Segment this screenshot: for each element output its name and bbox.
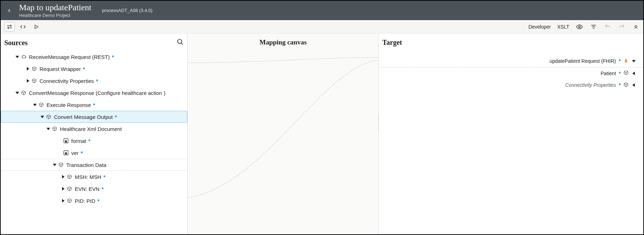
toolbar: Developer XSLT: [1, 20, 643, 34]
mapped-indicator: *: [97, 198, 99, 204]
caret-down-icon: [16, 55, 19, 59]
mapped-indicator: *: [112, 54, 114, 60]
target-node-patient[interactable]: Patient *: [379, 67, 643, 79]
node-label: ReceiveMessage Request (REST): [29, 54, 110, 60]
cube-icon: [59, 162, 63, 167]
source-node-connectivity-properties[interactable]: Connectivity Properties *: [1, 75, 187, 87]
svg-marker-10: [27, 67, 29, 71]
filter-icon: [590, 24, 597, 30]
node-label: Execute Response: [47, 102, 91, 108]
caret-down-icon: [632, 59, 636, 63]
undo-icon: [604, 24, 611, 30]
cube-icon: [32, 66, 37, 71]
redo-button[interactable]: [618, 23, 626, 31]
source-node-convert-response[interactable]: ConvertMessage Response (Configure healt…: [1, 87, 187, 99]
attribute-icon: a: [63, 138, 68, 143]
node-label: Request Wrapper: [40, 66, 81, 72]
caret-down-icon: [41, 115, 44, 119]
redo-icon: [619, 24, 625, 30]
node-label: format: [71, 138, 86, 144]
app-header: Map to updatePatient Healthcare Demo Pro…: [1, 1, 643, 20]
back-button[interactable]: [4, 6, 14, 16]
svg-marker-14: [41, 116, 44, 118]
cube-icon: [21, 90, 26, 95]
node-label: updatePatient Request (FHIR): [549, 58, 616, 64]
caret-down-icon: [53, 163, 56, 167]
source-node-transaction-data[interactable]: Transaction Data: [1, 159, 187, 171]
source-node-format[interactable]: a format *: [1, 135, 187, 147]
view-button[interactable]: [576, 23, 583, 31]
mapping-canvas[interactable]: Mapping canvas: [188, 34, 379, 234]
caret-down-icon: [47, 127, 50, 131]
source-node-request-wrapper[interactable]: Request Wrapper *: [1, 63, 187, 75]
cube-icon: [67, 186, 72, 191]
mapped-indicator: *: [103, 174, 105, 180]
undo-button[interactable]: [604, 23, 612, 31]
target-heading: Target: [382, 38, 402, 47]
source-node-evn[interactable]: EVN: EVN *: [1, 183, 187, 195]
developer-toggle[interactable]: Developer: [528, 24, 551, 30]
project-subtitle: Healthcare Demo Project: [19, 13, 91, 18]
source-node-receive-message[interactable]: ReceiveMessage Request (REST) *: [1, 51, 187, 63]
target-panel: Target updatePatient Request (FHIR) * Pa…: [379, 34, 643, 234]
svg-text:a: a: [65, 151, 67, 155]
source-node-msh[interactable]: MSH: MSH *: [1, 171, 187, 183]
arrows-swap-icon: [6, 24, 13, 29]
svg-marker-11: [27, 79, 29, 83]
process-meta: processADT_A08 (3.4.0): [102, 8, 152, 13]
play-icon: [34, 24, 39, 30]
double-chevron-up-icon: [633, 24, 639, 30]
collapse-button[interactable]: [632, 23, 640, 31]
sources-heading: Sources: [4, 39, 28, 47]
svg-marker-26: [632, 83, 635, 87]
caret-right-icon: [26, 67, 30, 71]
cube-icon: [32, 78, 37, 83]
sources-panel: Sources ReceiveMessage Request (REST) * …: [1, 34, 188, 234]
search-icon: [177, 38, 184, 46]
svg-marker-15: [47, 128, 50, 130]
svg-marker-23: [62, 199, 65, 203]
node-label: Healthcare Xml Document: [60, 126, 122, 132]
svg-marker-20: [53, 164, 56, 166]
caret-right-icon: [26, 79, 30, 83]
eye-icon: [576, 23, 583, 30]
swap-button[interactable]: [4, 22, 15, 31]
code-button[interactable]: [18, 22, 28, 31]
source-node-convert-output[interactable]: Convert Message Output *: [1, 111, 187, 123]
svg-line-8: [181, 43, 183, 45]
mapped-indicator: *: [619, 82, 621, 88]
svg-marker-21: [62, 175, 65, 179]
svg-marker-2: [35, 25, 38, 29]
svg-marker-24: [632, 60, 636, 62]
source-node-ver[interactable]: a ver *: [1, 147, 187, 159]
splitter-handle-right[interactable]: [377, 115, 379, 129]
run-button[interactable]: [31, 22, 42, 31]
svg-marker-22: [62, 187, 65, 191]
sources-search-button[interactable]: [177, 38, 184, 47]
node-label: EVN: EVN: [75, 186, 99, 192]
caret-down-icon: [16, 91, 19, 95]
source-node-pid[interactable]: PID: PID *: [1, 195, 187, 207]
node-label: ver: [71, 150, 79, 156]
mapped-indicator: *: [81, 150, 83, 156]
target-node-connectivity[interactable]: Connectivity Properties *: [379, 79, 643, 91]
source-node-healthcare-xml[interactable]: Healthcare Xml Document: [1, 123, 187, 135]
node-label: Connectivity Properties: [565, 82, 616, 88]
cube-icon: [67, 174, 72, 179]
mapping-lines: [188, 34, 378, 234]
node-label: Patient: [601, 71, 616, 76]
filter-button[interactable]: [590, 23, 597, 31]
node-label: PID: PID: [75, 198, 95, 204]
mapped-indicator: *: [115, 114, 117, 120]
cloud-icon: [21, 55, 26, 59]
mapped-indicator: *: [83, 66, 85, 72]
svg-point-3: [579, 26, 581, 28]
chevron-left-icon: [7, 8, 12, 13]
xslt-toggle[interactable]: XSLT: [557, 24, 569, 30]
target-node-update-patient[interactable]: updatePatient Request (FHIR) *: [379, 55, 643, 67]
caret-right-icon: [61, 199, 65, 203]
node-label: ConvertMessage Response (Configure healt…: [29, 90, 165, 96]
source-node-execute-response[interactable]: Execute Response *: [1, 99, 187, 111]
main-area: Sources ReceiveMessage Request (REST) * …: [1, 34, 643, 234]
cube-icon: [52, 126, 57, 131]
